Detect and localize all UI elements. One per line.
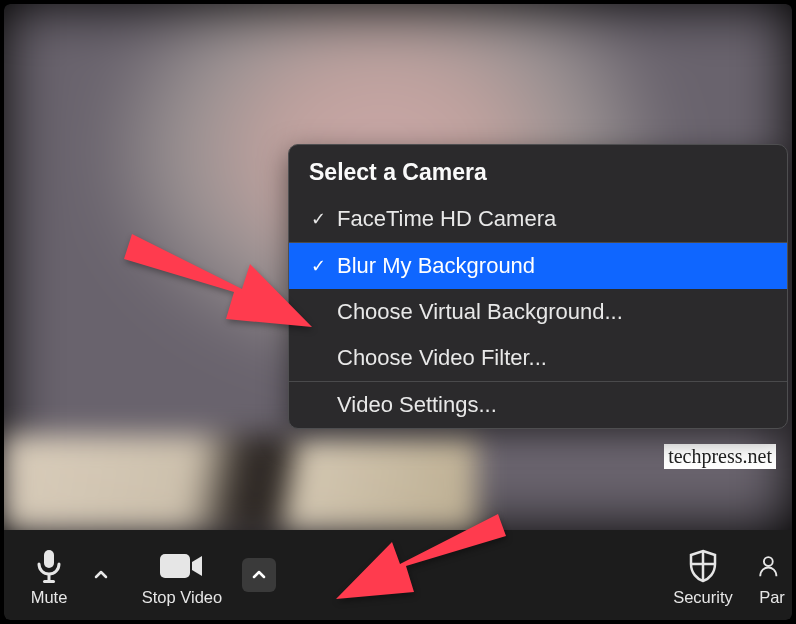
stop-video-label: Stop Video <box>142 588 222 607</box>
chevron-up-icon <box>251 567 267 583</box>
microphone-icon <box>35 546 63 586</box>
participants-button[interactable]: Par <box>752 540 792 611</box>
svg-rect-1 <box>48 574 51 581</box>
video-settings-label: Video Settings... <box>337 392 497 418</box>
video-caret-button[interactable] <box>242 558 276 592</box>
svg-rect-3 <box>160 554 190 578</box>
camera-option-item[interactable]: ✓ FaceTime HD Camera <box>289 196 787 242</box>
watermark-label: techpress.net <box>664 444 776 469</box>
video-options-popup: Select a Camera ✓ FaceTime HD Camera ✓ B… <box>288 144 788 429</box>
mute-caret-button[interactable] <box>84 558 118 592</box>
popup-header: Select a Camera <box>289 145 787 196</box>
mute-label: Mute <box>31 588 68 607</box>
svg-rect-0 <box>44 550 54 568</box>
video-settings-item[interactable]: ✓ Video Settings... <box>289 382 787 428</box>
security-label: Security <box>673 588 733 607</box>
annotation-arrow-icon <box>114 234 314 364</box>
annotation-arrow-icon <box>334 514 514 619</box>
virtual-background-label: Choose Virtual Background... <box>337 299 623 325</box>
chevron-up-icon <box>93 567 109 583</box>
camera-option-label: FaceTime HD Camera <box>337 206 556 232</box>
virtual-background-item[interactable]: ✓ Choose Virtual Background... <box>289 289 787 335</box>
participants-label: Par <box>759 588 785 607</box>
svg-point-4 <box>764 557 773 566</box>
svg-rect-2 <box>43 580 55 583</box>
video-camera-icon <box>158 546 206 586</box>
blur-background-item[interactable]: ✓ Blur My Background <box>289 243 787 289</box>
stop-video-button[interactable]: Stop Video <box>122 540 242 611</box>
video-filter-label: Choose Video Filter... <box>337 345 547 371</box>
check-icon: ✓ <box>309 208 327 230</box>
blur-background-label: Blur My Background <box>337 253 535 279</box>
participants-icon <box>758 546 786 586</box>
video-filter-item[interactable]: ✓ Choose Video Filter... <box>289 335 787 381</box>
security-button[interactable]: Security <box>658 540 748 611</box>
mute-button[interactable]: Mute <box>14 540 84 611</box>
shield-icon <box>687 546 719 586</box>
